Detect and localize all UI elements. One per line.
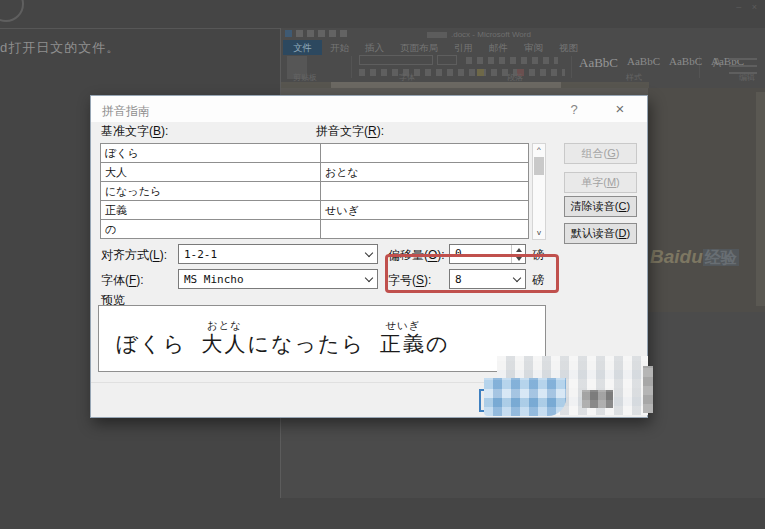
mosaic-blur-patch-dark bbox=[582, 390, 613, 408]
preview-segment: せいぎ 正義 bbox=[380, 319, 426, 356]
word-title: .docx - Microsoft Word bbox=[451, 30, 611, 39]
size-select[interactable]: 8 bbox=[449, 269, 526, 289]
group-editing: 编辑 bbox=[739, 72, 755, 83]
ribbon-icons-row bbox=[466, 57, 558, 64]
combine-button: 组合(G) bbox=[564, 143, 637, 164]
scroll-up-icon[interactable]: ^ bbox=[533, 146, 545, 154]
alignment-label: 对齐方式(L): bbox=[101, 247, 167, 264]
scrollbar-thumb[interactable] bbox=[534, 157, 544, 175]
ruby-text-label: 拼音文字(R): bbox=[316, 123, 384, 140]
tab-file: 文件 bbox=[283, 40, 322, 55]
offset-stepper[interactable]: 0 bbox=[449, 244, 526, 264]
mosaic-blur-patch-blue bbox=[484, 378, 566, 416]
rows-scrollbar[interactable]: ^ v bbox=[532, 143, 546, 240]
spin-up-icon[interactable] bbox=[512, 245, 525, 254]
offset-unit: 磅 bbox=[532, 247, 544, 264]
offset-label: 偏移量(O): bbox=[388, 247, 445, 264]
tab-home: 开始 bbox=[322, 40, 357, 55]
baidu-experience-watermark: Baidu经验 bbox=[650, 246, 739, 269]
clear-reading-button[interactable]: 清除读音(C) bbox=[564, 196, 637, 217]
font-select[interactable]: MS Mincho bbox=[178, 269, 378, 289]
preview-segment: ぼくら bbox=[116, 319, 186, 356]
default-reading-button[interactable]: 默认读音(D) bbox=[564, 223, 637, 244]
word-app-icon bbox=[285, 30, 292, 37]
base-text-field-1[interactable]: 大人 bbox=[101, 163, 320, 181]
base-text-field-4[interactable]: の bbox=[101, 220, 320, 238]
scroll-down-icon[interactable]: v bbox=[533, 229, 545, 237]
close-icon[interactable]: × bbox=[603, 98, 637, 120]
size-unit: 磅 bbox=[532, 272, 544, 289]
tab-view: 视图 bbox=[551, 40, 586, 55]
preview-segment: おとな 大人 bbox=[201, 319, 247, 356]
base-text-field-2[interactable]: になったら bbox=[101, 182, 320, 200]
mosaic-blur-bar bbox=[643, 366, 653, 413]
ruby-pairs-grid: ぼくら 大人 おとな になったら 正義 せいぎ の bbox=[100, 143, 529, 239]
style-item: AaBbC bbox=[579, 55, 618, 71]
step-bullet-circle bbox=[0, 0, 24, 22]
screenshot-root: d打开日文的文件。 ‒ × .docx - Microsoft Word 文件 … bbox=[0, 0, 765, 529]
instruction-text: d打开日文的文件。 bbox=[0, 39, 120, 57]
style-item: AaBbC bbox=[627, 55, 660, 67]
tab-mailings: 邮件 bbox=[481, 40, 516, 55]
size-label: 字号(S): bbox=[388, 272, 431, 289]
redo-icon bbox=[318, 30, 325, 37]
change-styles-icon: A bbox=[713, 56, 721, 70]
chevron-down-icon[interactable] bbox=[509, 278, 525, 281]
preview-segment: の bbox=[426, 319, 450, 356]
ruby-text-field-2[interactable] bbox=[321, 182, 528, 200]
font-name-box bbox=[359, 55, 433, 65]
chevron-down-icon[interactable] bbox=[361, 253, 377, 256]
quick-access-toolbar bbox=[285, 30, 347, 37]
font-label: 字体(F): bbox=[101, 272, 144, 289]
spin-down-icon[interactable] bbox=[512, 254, 525, 263]
document-page bbox=[648, 88, 765, 312]
tab-review: 审阅 bbox=[516, 40, 551, 55]
document-scrollbar bbox=[756, 92, 765, 306]
ruby-text-field-4[interactable] bbox=[321, 220, 528, 238]
style-item: AaBbC bbox=[669, 55, 702, 67]
ribbon-group-labels: 剪贴板 字体 段落 样式 编辑 bbox=[281, 72, 765, 82]
document-name-blur bbox=[427, 32, 447, 38]
ruby-text-field-3[interactable]: せいぎ bbox=[321, 201, 528, 219]
preview-segment: になったら bbox=[247, 319, 364, 356]
alignment-select[interactable]: 1-2-1 bbox=[178, 244, 378, 264]
monoruby-button: 单字(M) bbox=[564, 172, 637, 193]
tab-page-layout: 页面布局 bbox=[392, 40, 446, 55]
font-size-box bbox=[437, 55, 457, 65]
preview-box: ぼくら おとな 大人 になったら せいぎ 正義 の bbox=[98, 305, 546, 372]
page-divider-line bbox=[0, 28, 280, 29]
ribbon-tab-bar: 文件 开始 插入 页面布局 引用 邮件 审阅 视图 bbox=[283, 40, 586, 55]
dialog-title: 拼音指南 bbox=[102, 103, 150, 120]
base-text-label: 基准文字(B): bbox=[101, 123, 168, 140]
base-text-field-0[interactable]: ぼくら bbox=[101, 144, 320, 162]
browser-corner-marks: ‒ × bbox=[736, 2, 761, 12]
base-text-field-3[interactable]: 正義 bbox=[101, 201, 320, 219]
watermark-suffix: 经验 bbox=[703, 249, 739, 266]
ruby-text-field-0[interactable] bbox=[321, 144, 528, 162]
help-icon[interactable]: ? bbox=[561, 100, 587, 120]
baidu-logo: Baidu bbox=[650, 246, 703, 267]
tab-references: 引用 bbox=[446, 40, 481, 55]
tab-insert: 插入 bbox=[357, 40, 392, 55]
qat-icon bbox=[329, 30, 336, 37]
save-icon bbox=[296, 30, 303, 37]
chevron-down-icon[interactable] bbox=[361, 278, 377, 281]
qat-icon bbox=[340, 30, 347, 37]
undo-icon bbox=[307, 30, 314, 37]
ruby-text-field-1[interactable]: おとな bbox=[321, 163, 528, 181]
